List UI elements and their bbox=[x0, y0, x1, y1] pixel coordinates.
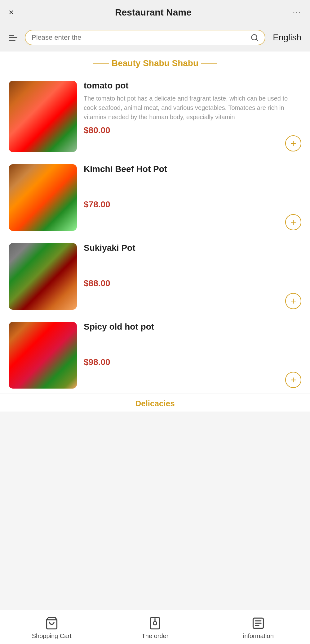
add-button-kimchi-beef[interactable]: + bbox=[285, 214, 301, 230]
item-image-tomato-pot bbox=[9, 81, 77, 152]
section-header: —— Beauty Shabu Shabu —— bbox=[0, 52, 310, 74]
language-button[interactable]: English bbox=[273, 33, 301, 43]
add-button-tomato-pot[interactable]: + bbox=[285, 135, 301, 151]
menu-icon[interactable] bbox=[9, 35, 17, 41]
menu-line-2 bbox=[9, 37, 17, 38]
menu-item: tomato pot The tomato hot pot has a deli… bbox=[0, 74, 310, 157]
nav-label-shopping-cart: Shopping Cart bbox=[32, 633, 72, 640]
item-price: $98.00 bbox=[84, 357, 301, 367]
menu-line-3 bbox=[9, 40, 16, 41]
order-icon bbox=[148, 616, 162, 630]
item-content-tomato-pot: tomato pot The tomato hot pot has a deli… bbox=[77, 81, 301, 135]
add-button-spicy-hot-pot[interactable]: + bbox=[285, 372, 301, 388]
add-button-sukiyaki-pot[interactable]: + bbox=[285, 293, 301, 309]
top-bar: × Restaurant Name ··· bbox=[0, 0, 310, 25]
next-section-text: Delicacies bbox=[135, 399, 175, 408]
item-content-kimchi-beef: Kimchi Beef Hot Pot $78.00 bbox=[77, 164, 301, 209]
item-price: $80.00 bbox=[84, 125, 301, 135]
item-image-sukiyaki-pot bbox=[9, 243, 77, 310]
menu-item: Sukiyaki Pot $88.00 + bbox=[0, 236, 310, 315]
item-price: $78.00 bbox=[84, 200, 301, 209]
nav-label-information: information bbox=[243, 633, 274, 640]
search-input-wrapper[interactable] bbox=[25, 30, 265, 45]
section-dashes-left: —— bbox=[93, 59, 109, 68]
item-name: Sukiyaki Pot bbox=[84, 243, 301, 253]
nav-item-information[interactable]: information bbox=[207, 616, 310, 640]
search-input[interactable] bbox=[32, 34, 247, 42]
item-name: Spicy old hot pot bbox=[84, 322, 301, 332]
menu-item: Kimchi Beef Hot Pot $78.00 + bbox=[0, 157, 310, 236]
item-name: Kimchi Beef Hot Pot bbox=[84, 164, 301, 174]
item-content-spicy-hot-pot: Spicy old hot pot $98.00 bbox=[77, 322, 301, 367]
close-button[interactable]: × bbox=[9, 7, 14, 17]
search-icon bbox=[250, 34, 259, 42]
information-icon bbox=[251, 616, 265, 630]
search-bar: English bbox=[0, 25, 310, 52]
svg-point-4 bbox=[153, 622, 157, 625]
svg-line-1 bbox=[256, 39, 258, 41]
menu-line-1 bbox=[9, 35, 14, 36]
nav-label-the-order: The order bbox=[142, 633, 169, 640]
more-button[interactable]: ··· bbox=[293, 8, 301, 17]
item-price: $88.00 bbox=[84, 278, 301, 288]
nav-item-shopping-cart[interactable]: Shopping Cart bbox=[0, 616, 103, 640]
item-image-spicy-hot-pot bbox=[9, 322, 77, 389]
menu-list: tomato pot The tomato hot pot has a deli… bbox=[0, 74, 310, 394]
restaurant-title: Restaurant Name bbox=[115, 7, 192, 18]
bottom-nav: Shopping Cart The order information bbox=[0, 610, 310, 644]
item-image-kimchi-beef bbox=[9, 164, 77, 231]
item-description: The tomato hot pot has a delicate and fr… bbox=[84, 94, 301, 122]
item-name: tomato pot bbox=[84, 81, 301, 91]
next-section-label: Delicacies bbox=[0, 394, 310, 412]
section-title: Beauty Shabu Shabu bbox=[112, 58, 198, 68]
nav-item-the-order[interactable]: The order bbox=[103, 616, 206, 640]
menu-item: Spicy old hot pot $98.00 + bbox=[0, 315, 310, 394]
section-dashes-right: —— bbox=[201, 59, 217, 68]
cart-icon bbox=[45, 616, 59, 630]
item-content-sukiyaki-pot: Sukiyaki Pot $88.00 bbox=[77, 243, 301, 288]
